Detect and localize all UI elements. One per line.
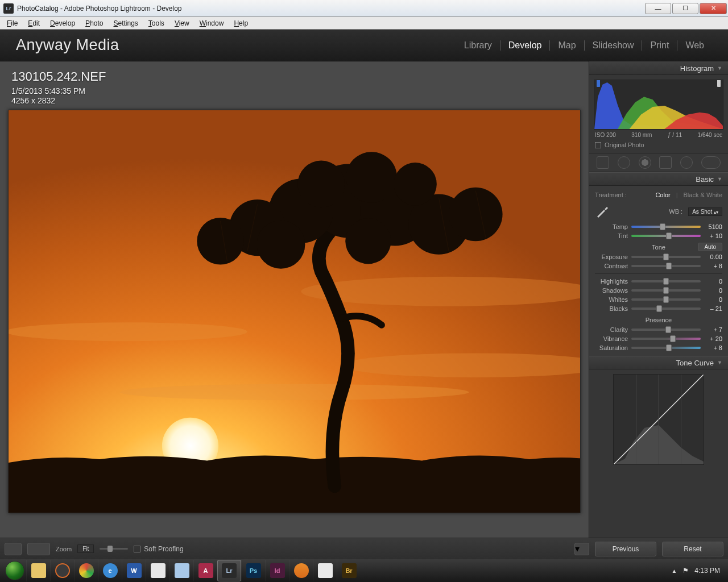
tone-curve-editor[interactable] xyxy=(613,374,704,465)
crop-tool[interactable] xyxy=(597,156,609,169)
basic-panel-header[interactable]: Basic▼ xyxy=(589,172,728,186)
menu-bar: File Edit Develop Photo Settings Tools V… xyxy=(0,17,728,30)
access-taskbar-icon[interactable]: A xyxy=(193,560,217,581)
document-taskbar-icon[interactable] xyxy=(313,560,337,581)
menu-settings[interactable]: Settings xyxy=(109,18,142,28)
photoshop-taskbar-icon[interactable]: Ps xyxy=(241,560,265,581)
lightroom-taskbar-icon[interactable]: Lr xyxy=(217,560,241,581)
spot-removal-tool[interactable] xyxy=(618,156,630,169)
filmstrip-toggle[interactable]: ▾ xyxy=(574,543,589,555)
histogram-focal: 310 mm xyxy=(631,132,652,138)
wb-label: WB : xyxy=(615,208,682,215)
saturation-slider[interactable] xyxy=(631,347,701,349)
ie-taskbar-icon[interactable]: e xyxy=(98,560,122,581)
loupe-view-button[interactable] xyxy=(5,543,22,555)
graduated-filter-tool[interactable] xyxy=(659,156,672,169)
treatment-bw[interactable]: Black & White xyxy=(684,192,722,198)
highlights-value[interactable]: 0 xyxy=(704,278,722,285)
histogram-iso: ISO 200 xyxy=(595,132,616,138)
redeye-tool[interactable] xyxy=(639,156,651,169)
firefox-taskbar-icon[interactable] xyxy=(50,560,74,581)
contrast-slider[interactable] xyxy=(631,265,701,267)
shadow-clipping-indicator[interactable] xyxy=(597,80,600,87)
before-after-button[interactable] xyxy=(27,543,50,555)
media-taskbar-icon[interactable] xyxy=(289,560,313,581)
menu-file[interactable]: File xyxy=(2,18,22,28)
develop-tool-strip xyxy=(589,153,728,172)
notepad-taskbar-icon[interactable] xyxy=(146,560,169,581)
soft-proofing-toggle[interactable]: Soft Proofing xyxy=(134,545,183,553)
exposure-slider-row: Exposure 0.00 xyxy=(595,252,722,261)
wb-dropdown[interactable]: As Shot ▴▾ xyxy=(688,207,722,216)
module-develop[interactable]: Develop xyxy=(500,40,550,51)
vibrance-value[interactable]: + 20 xyxy=(704,335,722,342)
tint-value[interactable]: + 10 xyxy=(704,232,722,239)
original-photo-toggle[interactable]: Original Photo xyxy=(594,139,723,151)
contrast-value[interactable]: + 8 xyxy=(704,263,722,269)
tone-curve-title: Tone Curve xyxy=(676,359,714,367)
module-print[interactable]: Print xyxy=(642,40,677,51)
exposure-value[interactable]: 0.00 xyxy=(704,253,722,260)
temp-value[interactable]: 5100 xyxy=(704,223,722,230)
vibrance-slider[interactable] xyxy=(631,338,701,340)
previous-button[interactable]: Previous xyxy=(595,542,656,556)
module-web[interactable]: Web xyxy=(677,40,712,51)
radial-filter-tool[interactable] xyxy=(680,156,693,169)
right-panel: Histogram▼ ISO 200 310 mm ƒ / 11 xyxy=(589,61,728,538)
tint-slider[interactable] xyxy=(631,235,701,237)
highlight-clipping-indicator[interactable] xyxy=(717,80,721,87)
bridge-taskbar-icon[interactable]: Br xyxy=(337,560,361,581)
minimize-button[interactable]: — xyxy=(645,3,671,14)
module-library[interactable]: Library xyxy=(456,40,500,51)
whites-value[interactable]: 0 xyxy=(704,296,722,303)
histogram-display[interactable] xyxy=(594,80,723,130)
shadows-value[interactable]: 0 xyxy=(704,287,722,294)
window-controls: — ☐ ✕ xyxy=(645,3,727,14)
clarity-slider[interactable] xyxy=(631,329,701,331)
zoom-slider[interactable] xyxy=(100,548,128,550)
menu-edit[interactable]: Edit xyxy=(23,18,44,28)
start-button[interactable] xyxy=(3,559,26,582)
close-button[interactable]: ✕ xyxy=(700,3,727,14)
exposure-slider[interactable] xyxy=(631,256,701,258)
blacks-value[interactable]: – 21 xyxy=(704,305,722,312)
module-map[interactable]: Map xyxy=(550,40,584,51)
chrome-taskbar-icon[interactable] xyxy=(74,560,98,581)
blacks-slider[interactable] xyxy=(631,307,701,310)
zoom-dropdown[interactable]: Fit xyxy=(77,544,94,553)
calculator-taskbar-icon[interactable] xyxy=(169,560,193,581)
histogram-panel-header[interactable]: Histogram▼ xyxy=(589,61,728,75)
auto-tone-button[interactable]: Auto xyxy=(698,243,722,251)
treatment-color[interactable]: Color xyxy=(655,192,670,198)
indesign-taskbar-icon[interactable]: Id xyxy=(265,560,289,581)
clarity-value[interactable]: + 7 xyxy=(704,326,722,333)
wb-eyedropper-icon[interactable] xyxy=(595,204,610,219)
shadows-slider[interactable] xyxy=(631,289,701,292)
explorer-taskbar-icon[interactable] xyxy=(26,560,50,581)
action-center-icon[interactable]: ⚑ xyxy=(682,567,689,575)
saturation-value[interactable]: + 8 xyxy=(704,344,722,351)
menu-help[interactable]: Help xyxy=(229,18,253,28)
whites-slider[interactable] xyxy=(631,298,701,301)
menu-window[interactable]: Window xyxy=(195,18,229,28)
maximize-button[interactable]: ☐ xyxy=(672,3,698,14)
image-canvas[interactable] xyxy=(8,110,581,513)
temp-slider-row: Temp 5100 xyxy=(595,222,722,231)
bottom-toolbar: Zoom Fit Soft Proofing ▾ Previous Reset xyxy=(0,538,728,559)
menu-tools[interactable]: Tools xyxy=(144,18,169,28)
module-slideshow[interactable]: Slideshow xyxy=(585,40,642,51)
histogram-aperture: ƒ / 11 xyxy=(668,132,682,138)
reset-button[interactable]: Reset xyxy=(662,542,723,556)
word-taskbar-icon[interactable]: W xyxy=(122,560,146,581)
temp-slider[interactable] xyxy=(631,226,701,228)
tray-expand-icon[interactable]: ▲ xyxy=(671,568,677,574)
menu-view[interactable]: View xyxy=(170,18,194,28)
highlights-slider[interactable] xyxy=(631,280,701,282)
clock[interactable]: 4:13 PM xyxy=(694,567,720,575)
svg-point-15 xyxy=(394,163,437,206)
tone-curve-panel-header[interactable]: Tone Curve▼ xyxy=(589,356,728,369)
adjustment-brush-tool[interactable] xyxy=(701,156,721,169)
menu-photo[interactable]: Photo xyxy=(81,18,107,28)
menu-develop[interactable]: Develop xyxy=(46,18,80,28)
svg-point-17 xyxy=(345,218,391,264)
